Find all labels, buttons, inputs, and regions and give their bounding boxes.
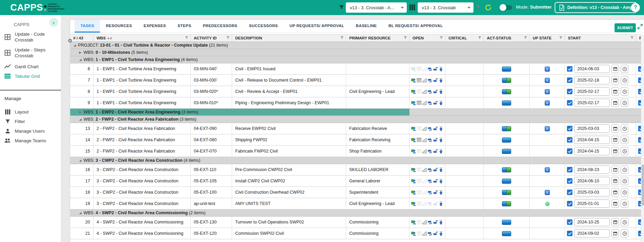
start-date-input[interactable]: 2025-03-03 bbox=[574, 124, 610, 133]
task-row[interactable]: 132 - FWP2 - Civil Reactor Area Fabricat… bbox=[70, 123, 644, 134]
start-checkbox-checked[interactable] bbox=[567, 167, 572, 172]
tab-steps[interactable]: STEPS bbox=[172, 20, 197, 33]
group-row[interactable]: ▶WBS: 0 - 10-Milestones (5 items) bbox=[70, 49, 644, 56]
task-row[interactable]: 81 - EWP1 - Civil Turbine Area Engineeri… bbox=[70, 86, 644, 97]
start-checkbox-checked[interactable] bbox=[567, 100, 572, 106]
open-expenses-icon[interactable] bbox=[417, 137, 421, 142]
open-steps-icon[interactable] bbox=[422, 126, 427, 131]
clock-icon[interactable] bbox=[621, 218, 628, 226]
layout-select[interactable]: v13 - 3. Crosstab bbox=[418, 2, 473, 13]
column-header-primary_resource[interactable]: PRIMARY RESOURCE bbox=[346, 35, 409, 41]
open-predecessors-icon[interactable] bbox=[428, 190, 432, 195]
clock-icon[interactable] bbox=[621, 229, 628, 238]
open-steps-icon[interactable] bbox=[422, 167, 427, 172]
group-row[interactable]: ◢WBS: 2 - FWP2 - Civil Reactor Area Fabr… bbox=[70, 116, 644, 123]
column-header-open[interactable]: OPEN bbox=[409, 35, 445, 41]
clock-icon[interactable] bbox=[621, 99, 628, 107]
open-predecessors-icon[interactable] bbox=[428, 231, 432, 236]
open-successors-icon[interactable] bbox=[433, 100, 438, 105]
group-collapsed-icon[interactable]: ▶ bbox=[79, 110, 81, 114]
start-date-input[interactable]: 2025-03-03 bbox=[574, 188, 610, 196]
help-button[interactable]: ? bbox=[631, 3, 640, 12]
column-header-activity_id[interactable]: ACTIVITY ID bbox=[191, 35, 232, 41]
layout-columns-icon[interactable] bbox=[409, 4, 415, 12]
clock-icon[interactable] bbox=[621, 136, 628, 144]
open-resources-icon[interactable] bbox=[411, 167, 416, 172]
task-row[interactable]: 142 - FWP2 - Civil Reactor Area Fabricat… bbox=[70, 134, 644, 146]
tab-expenses[interactable]: EXPENSES bbox=[138, 20, 172, 33]
open-up-request-icon[interactable] bbox=[439, 100, 443, 105]
task-row[interactable]: 183 - CWP2 - Civil Reactor Area Construc… bbox=[70, 187, 644, 198]
open-steps-icon[interactable] bbox=[422, 149, 427, 154]
open-predecessors-icon[interactable] bbox=[428, 78, 432, 83]
open-resources-icon[interactable] bbox=[411, 137, 416, 142]
calendar-icon[interactable]: 1 bbox=[611, 76, 619, 84]
open-predecessors-icon[interactable] bbox=[428, 137, 432, 142]
task-row[interactable]: 204 - SWP2 - Civil Reactor Area Commissi… bbox=[70, 217, 644, 228]
tab-predecessors[interactable]: PREDECESSORS bbox=[197, 20, 243, 33]
clock-icon[interactable] bbox=[621, 188, 628, 196]
start-date-input[interactable]: 2024-04-15 bbox=[574, 136, 610, 144]
open-predecessors-icon[interactable] bbox=[428, 66, 432, 71]
task-row[interactable]: 193 - CWP2 - Civil Reactor Area Construc… bbox=[70, 198, 644, 209]
open-successors-icon[interactable] bbox=[433, 78, 438, 83]
calendar-icon[interactable]: 1 bbox=[611, 99, 619, 107]
calendar-icon[interactable]: 1 bbox=[611, 199, 619, 208]
group-row[interactable]: ◢WBS: 4 - SWP2 - Civil Reactor Area Comm… bbox=[70, 209, 644, 217]
open-steps-icon[interactable] bbox=[422, 78, 427, 83]
open-up-request-icon[interactable] bbox=[439, 167, 443, 172]
clock-icon[interactable] bbox=[621, 76, 628, 84]
clock-icon[interactable] bbox=[621, 87, 628, 96]
open-steps-icon[interactable] bbox=[422, 100, 427, 105]
sidebar-item-manage-teams[interactable]: Manage Teams bbox=[0, 136, 61, 145]
start-date-input[interactable]: 2025-02-17 bbox=[574, 87, 610, 96]
up-state-info-icon[interactable]: i bbox=[545, 167, 550, 172]
calendar-icon[interactable]: 1 bbox=[611, 229, 619, 238]
open-resources-icon[interactable] bbox=[411, 190, 416, 195]
column-header-wbs[interactable]: WBS▲2 bbox=[93, 35, 191, 41]
column-header-critical[interactable]: CRITICAL bbox=[445, 35, 484, 41]
start-date-input[interactable]: 2024-09-02 bbox=[574, 229, 610, 238]
column-header-start[interactable]: START bbox=[565, 35, 636, 41]
sidebar-item-tabular-grid[interactable]: Tabular Grid bbox=[0, 71, 61, 81]
open-expenses-icon[interactable] bbox=[417, 78, 421, 83]
sidebar-item-update-code-crosstab[interactable]: Update - Code Crosstab bbox=[0, 29, 61, 45]
calendar-icon[interactable]: 1 bbox=[611, 65, 619, 73]
tab-successors[interactable]: SUCCESSORS bbox=[243, 20, 284, 33]
mode-toggle[interactable] bbox=[501, 5, 512, 10]
tab-resources[interactable]: RESOURCES bbox=[100, 20, 138, 33]
open-up-request-icon[interactable] bbox=[439, 220, 443, 225]
group-row[interactable]: ◢PROJECT: 13-01 - 01 - Civil Turbine & R… bbox=[70, 42, 644, 49]
task-row[interactable]: 152 - FWP2 - Civil Reactor Area Fabricat… bbox=[70, 146, 644, 157]
open-predecessors-icon[interactable] bbox=[428, 179, 432, 183]
start-date-input[interactable]: 2024-04-15 bbox=[574, 147, 610, 155]
open-successors-icon[interactable] bbox=[433, 137, 438, 142]
start-checkbox-checked[interactable] bbox=[567, 178, 572, 184]
open-predecessors-icon[interactable] bbox=[428, 89, 432, 94]
tab-baseline[interactable]: BASELINE bbox=[350, 20, 382, 33]
clock-icon[interactable] bbox=[621, 65, 628, 73]
fullscreen-expand-icon[interactable] bbox=[637, 24, 643, 31]
column-filter-icon[interactable] bbox=[404, 36, 407, 40]
open-resources-icon[interactable] bbox=[411, 100, 416, 105]
start-date-input[interactable]: 2024-06-03 bbox=[574, 65, 610, 73]
sidebar-item-gantt-chart[interactable]: Gantt Chart bbox=[0, 62, 61, 71]
open-resources-icon[interactable] bbox=[411, 201, 416, 206]
open-successors-icon[interactable] bbox=[433, 190, 438, 195]
clock-icon[interactable] bbox=[621, 199, 628, 208]
start-checkbox-checked[interactable] bbox=[567, 231, 572, 236]
sidebar-item-filter[interactable]: Filter bbox=[0, 117, 61, 126]
up-state-info-icon[interactable]: i bbox=[545, 190, 550, 195]
calendar-icon[interactable]: 1 bbox=[611, 124, 619, 133]
definition-button[interactable]: Definition: v13 - Crosstab - Amy bbox=[555, 2, 637, 13]
refresh-icon[interactable] bbox=[484, 3, 492, 13]
group-expanded-icon[interactable]: ◢ bbox=[79, 159, 81, 162]
open-up-request-icon[interactable] bbox=[439, 231, 443, 236]
sidebar-item-manage-users[interactable]: Manage Users bbox=[0, 126, 61, 136]
open-resources-icon[interactable] bbox=[411, 231, 416, 236]
open-up-request-icon[interactable] bbox=[439, 179, 443, 183]
column-filter-icon[interactable] bbox=[559, 36, 563, 40]
submit-button[interactable]: SUBMIT bbox=[615, 23, 636, 32]
start-checkbox-checked[interactable] bbox=[567, 77, 572, 83]
column-filter-icon[interactable] bbox=[524, 36, 527, 40]
